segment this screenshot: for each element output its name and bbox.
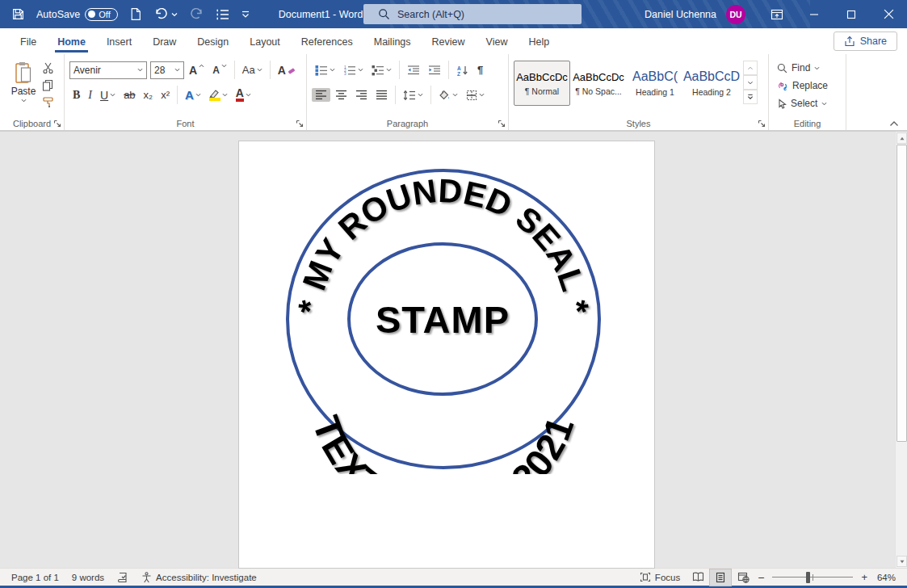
user-name[interactable]: Daniel Uchenna [645, 9, 716, 20]
find-button[interactable]: Find [774, 59, 841, 77]
text-effects-button[interactable]: A [182, 86, 204, 103]
subscript-button[interactable]: x₂ [141, 87, 157, 103]
scroll-down-button[interactable] [897, 556, 907, 567]
autosave-toggle[interactable]: AutoSave Off [36, 8, 118, 21]
bold-button[interactable]: B [69, 87, 83, 103]
collapse-ribbon-icon[interactable] [889, 120, 899, 127]
zoom-slider[interactable] [772, 569, 853, 586]
print-layout-icon [716, 572, 725, 583]
undo-chevron-icon[interactable] [171, 12, 178, 17]
numbering-button[interactable]: 123 [340, 63, 367, 78]
style-normal[interactable]: AaBbCcDc ¶ Normal [514, 61, 570, 106]
tab-layout[interactable]: Layout [239, 31, 291, 52]
tab-insert[interactable]: Insert [96, 31, 142, 52]
vertical-scrollbar[interactable] [895, 132, 907, 568]
sort-button[interactable]: AZ [453, 63, 472, 78]
accessibility-status[interactable]: Accessibility: Investigate [135, 569, 263, 586]
zoom-out-button[interactable]: − [754, 569, 767, 586]
search-icon [777, 63, 787, 74]
tab-help[interactable]: Help [518, 31, 560, 52]
proofing-status[interactable] [111, 569, 135, 586]
select-button[interactable]: Select [774, 94, 841, 112]
save-icon[interactable] [11, 7, 25, 21]
tab-draw[interactable]: Draw [142, 31, 187, 52]
styles-scroll-up-button[interactable] [743, 61, 758, 75]
tab-mailings[interactable]: Mailings [363, 31, 422, 52]
web-layout-button[interactable] [732, 569, 754, 586]
zoom-slider-thumb[interactable] [806, 572, 810, 583]
style-heading-1[interactable]: AaBbC( Heading 1 [627, 61, 683, 106]
scroll-up-button[interactable] [897, 132, 907, 144]
document-page[interactable]: * MY ROUNDED SEAL * TEXT ROUND 2021 STAM… [238, 141, 655, 569]
increase-indent-button[interactable] [425, 63, 444, 78]
font-size-select[interactable]: 28 [150, 61, 184, 79]
copy-icon[interactable] [42, 79, 54, 91]
decrease-indent-button[interactable] [404, 63, 423, 78]
tab-file[interactable]: File [10, 31, 47, 52]
bullets-button[interactable] [312, 63, 338, 78]
styles-dialog-launcher[interactable] [758, 120, 766, 128]
read-mode-button[interactable] [687, 569, 709, 586]
align-left-button[interactable] [312, 88, 330, 102]
ribbon-display-options-button[interactable] [758, 0, 796, 28]
close-button[interactable] [870, 0, 907, 28]
maximize-button[interactable] [833, 0, 870, 28]
tab-view[interactable]: View [476, 31, 519, 52]
bullet-list-icon[interactable] [216, 8, 230, 21]
justify-button[interactable] [372, 88, 391, 102]
align-center-button[interactable] [332, 88, 351, 102]
paragraph-dialog-launcher[interactable] [498, 120, 506, 128]
superscript-button[interactable]: x² [157, 87, 173, 103]
focus-mode-button[interactable]: Focus [633, 569, 687, 586]
clear-formatting-button[interactable]: A [275, 62, 299, 78]
style-heading-2[interactable]: AaBbCcD Heading 2 [683, 61, 740, 106]
show-marks-button[interactable]: ¶ [474, 62, 486, 78]
line-spacing-button[interactable] [400, 88, 426, 103]
cut-icon[interactable] [42, 62, 54, 74]
zoom-in-button[interactable]: + [858, 569, 871, 586]
avatar[interactable]: DU [726, 5, 745, 24]
replace-button[interactable]: bc Replace [774, 77, 841, 94]
change-case-button[interactable]: Aa [239, 62, 266, 78]
caret-down-icon [221, 64, 227, 68]
borders-button[interactable] [463, 88, 488, 103]
autosave-switch[interactable]: Off [85, 8, 117, 21]
tab-review[interactable]: Review [422, 31, 476, 52]
proofing-book-icon [117, 572, 128, 583]
style-preview: AaBbCcDc [516, 71, 568, 83]
new-file-icon[interactable] [129, 7, 142, 21]
align-right-button[interactable] [352, 88, 371, 102]
clipboard-dialog-launcher[interactable] [53, 120, 61, 128]
multilevel-list-button[interactable] [368, 63, 395, 78]
strikethrough-button[interactable]: ab [120, 87, 138, 103]
print-layout-button[interactable] [709, 569, 732, 586]
highlight-color-button[interactable] [206, 87, 231, 103]
font-color-button[interactable]: A [233, 86, 254, 103]
word-count-status[interactable]: 9 words [65, 569, 111, 586]
search-input[interactable]: Search (Alt+Q) [363, 4, 582, 24]
paste-button[interactable]: Paste [5, 59, 42, 116]
minimize-button[interactable] [796, 0, 833, 28]
styles-gallery-more-button[interactable] [743, 90, 758, 104]
zoom-level[interactable]: 64% [871, 569, 902, 586]
tab-home[interactable]: Home [47, 31, 96, 52]
undo-icon[interactable] [153, 7, 169, 21]
shrink-font-button[interactable]: A [209, 63, 230, 78]
tab-design[interactable]: Design [187, 31, 239, 52]
grow-font-button[interactable]: A [186, 62, 208, 78]
share-button[interactable]: Share [834, 32, 897, 51]
tab-references[interactable]: References [291, 31, 363, 52]
shading-button[interactable] [435, 88, 461, 103]
styles-scroll-down-button[interactable] [743, 75, 758, 90]
autosave-state: Off [99, 10, 110, 19]
scrollbar-thumb[interactable] [897, 145, 907, 442]
qat-overflow-icon[interactable] [241, 10, 250, 18]
underline-button[interactable]: U [97, 87, 119, 103]
stamp-graphic[interactable]: * MY ROUNDED SEAL * TEXT ROUND 2021 STAM… [283, 166, 607, 474]
style-no-spacing[interactable]: AaBbCcDc ¶ No Spac... [570, 61, 627, 106]
format-painter-icon[interactable] [42, 96, 54, 108]
page-number-status[interactable]: Page 1 of 1 [5, 569, 65, 586]
font-name-select[interactable]: Avenir [69, 61, 147, 79]
font-dialog-launcher[interactable] [296, 120, 304, 128]
italic-button[interactable]: I [85, 87, 95, 103]
